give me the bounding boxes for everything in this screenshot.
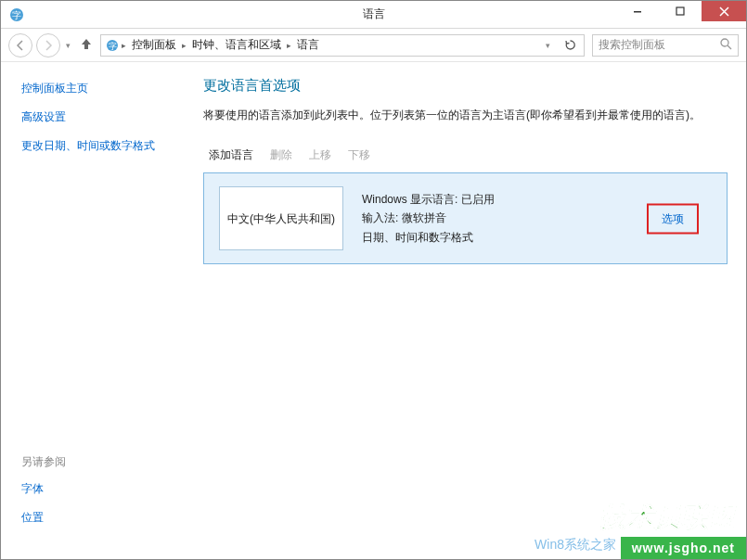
see-also-section: 另请参阅 字体 位置 [21, 454, 66, 539]
breadcrumb-sep: ▸ [182, 41, 187, 50]
app-icon: 字 [8, 6, 25, 23]
forward-button[interactable] [36, 33, 60, 57]
watermark-logo: 技术员联盟 [600, 500, 735, 535]
content-area: 更改语言首选项 将要使用的语言添加到此列表中。位于列表第一位的语言为主语言(即你… [196, 62, 746, 559]
remove-button[interactable]: 删除 [270, 147, 292, 163]
history-dropdown[interactable]: ▾ [66, 41, 71, 50]
svg-text:字: 字 [12, 10, 21, 20]
breadcrumb-item[interactable]: 控制面板 [128, 35, 180, 55]
breadcrumb-sep: ▸ [122, 41, 126, 50]
title-bar: 字 语言 [1, 1, 746, 29]
minimize-button[interactable] [616, 1, 659, 21]
refresh-button[interactable] [560, 35, 580, 56]
address-dropdown[interactable]: ▾ [537, 35, 558, 56]
options-highlight: 选项 [647, 203, 699, 234]
up-button[interactable] [76, 37, 97, 53]
search-placeholder: 搜索控制面板 [599, 37, 665, 53]
options-link[interactable]: 选项 [662, 211, 684, 224]
svg-rect-2 [634, 11, 641, 13]
svg-point-6 [721, 39, 728, 46]
breadcrumb-sep: ▸ [287, 41, 291, 50]
see-also-location[interactable]: 位置 [21, 510, 66, 526]
description-text: 将要使用的语言添加到此列表中。位于列表第一位的语言为主语言(即你希望看到并最常使… [203, 108, 728, 123]
back-button[interactable] [8, 33, 32, 57]
maximize-button[interactable] [659, 1, 702, 21]
language-row[interactable]: 中文(中华人民共和国) Windows 显示语言: 已启用 输入法: 微软拼音 … [203, 172, 728, 264]
breadcrumb-item[interactable]: 时钟、语言和区域 [188, 35, 285, 55]
sidebar-item-date-format[interactable]: 更改日期、时间或数字格式 [21, 138, 175, 154]
move-down-button[interactable]: 下移 [348, 147, 370, 163]
nav-bar: ▾ 字 ▸ 控制面板 ▸ 时钟、语言和区域 ▸ 语言 ▾ 搜索控制面板 [1, 29, 746, 62]
watermark-url: www.jsgho.net [621, 537, 746, 559]
svg-text:字: 字 [109, 42, 117, 51]
close-button[interactable] [702, 1, 746, 21]
see-also-title: 另请参阅 [21, 454, 66, 470]
language-name: 中文(中华人民共和国) [219, 186, 343, 250]
move-up-button[interactable]: 上移 [309, 147, 331, 163]
location-icon: 字 [105, 38, 120, 53]
sidebar: 控制面板主页 高级设置 更改日期、时间或数字格式 另请参阅 字体 位置 [1, 62, 196, 559]
window-title: 语言 [363, 6, 385, 22]
sidebar-item-advanced[interactable]: 高级设置 [21, 109, 175, 125]
breadcrumb-item[interactable]: 语言 [293, 35, 323, 55]
sidebar-item-home[interactable]: 控制面板主页 [21, 81, 175, 96]
see-also-fonts[interactable]: 字体 [21, 481, 66, 497]
search-input[interactable]: 搜索控制面板 [592, 34, 739, 57]
main-area: 控制面板主页 高级设置 更改日期、时间或数字格式 另请参阅 字体 位置 更改语言… [1, 62, 746, 559]
watermark-subtext: Win8系统之家 [534, 537, 616, 554]
window-controls [616, 1, 746, 21]
svg-rect-3 [676, 7, 684, 15]
add-language-button[interactable]: 添加语言 [209, 147, 253, 163]
search-icon [720, 38, 732, 53]
language-toolbar: 添加语言 删除 上移 下移 [203, 142, 728, 172]
page-heading: 更改语言首选项 [203, 77, 728, 95]
address-bar[interactable]: 字 ▸ 控制面板 ▸ 时钟、语言和区域 ▸ 语言 ▾ [100, 34, 585, 57]
